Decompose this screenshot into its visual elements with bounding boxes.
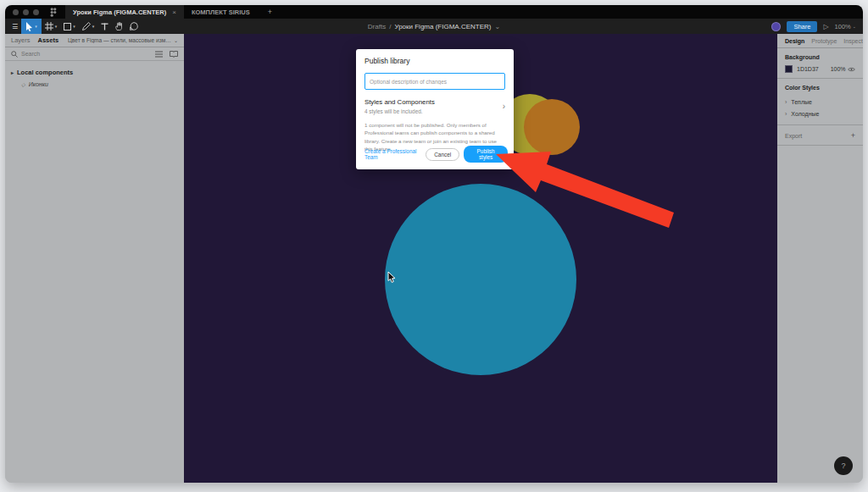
styles-section-subtitle: 4 styles will be included. [364, 108, 435, 114]
background-section: Background 1D1D37 100% [777, 48, 863, 79]
dialog-footer: Create a Professional Team Cancel Publis… [364, 146, 508, 163]
chevron-down-icon[interactable]: ⌄ [494, 23, 500, 30]
hamburger-menu-icon: ☰ [12, 23, 18, 30]
zoom-window-icon[interactable] [33, 9, 39, 15]
dialog-title: Publish library [356, 49, 514, 65]
component-item[interactable]: ◇ Иконки [5, 78, 184, 90]
figma-app-window: Уроки Figma (FIGMA.CENTER) × КОМПЛЕКТ SI… [5, 5, 863, 483]
export-section: Export + [777, 125, 863, 146]
help-button[interactable]: ? [834, 456, 853, 475]
chevron-down-icon: ⌄ [174, 37, 178, 43]
list-view-icon[interactable] [155, 51, 163, 58]
component-item-label: Иконки [29, 81, 48, 87]
shape-tool-button[interactable]: ▾ [60, 19, 79, 34]
assets-view-icons [155, 51, 178, 58]
chevron-down-icon: ▾ [35, 24, 37, 29]
chevron-right-icon[interactable]: › [503, 102, 505, 111]
color-styles-title: Color Styles [785, 85, 855, 91]
minimize-window-icon[interactable] [23, 9, 29, 15]
chevron-down-icon: ▾ [73, 24, 75, 29]
figma-logo-icon [50, 8, 57, 17]
tab-label: КОМПЛЕКТ SIRIUS [192, 8, 250, 16]
background-hex-value[interactable]: 1D1D37 [797, 66, 819, 72]
hand-tool-button[interactable] [112, 19, 126, 34]
right-sidebar: Design Prototype Inspect Background 1D1D… [777, 34, 863, 483]
pen-tool-button[interactable]: ▾ [79, 19, 98, 34]
create-professional-team-link[interactable]: Create a Professional Team [364, 148, 426, 160]
tab-layers[interactable]: Layers [11, 36, 31, 44]
tab-assets[interactable]: Assets [38, 36, 59, 44]
breadcrumb[interactable]: Drafts / Уроки Figma (FIGMA.CENTER) ⌄ [368, 19, 500, 34]
visibility-eye-icon[interactable] [848, 67, 855, 72]
text-icon [101, 23, 108, 30]
color-style-group[interactable]: › Теплые [785, 96, 855, 108]
right-panel-tabs: Design Prototype Inspect [777, 34, 863, 48]
mouse-cursor-icon [387, 271, 397, 284]
close-window-icon[interactable] [13, 9, 19, 15]
move-pointer-icon [25, 22, 33, 31]
comment-bubble-icon [130, 22, 138, 30]
frame-tool-button[interactable]: ▾ [42, 19, 61, 34]
toolbar-right-group: Share ▷ 100% ⌄ [771, 19, 856, 34]
present-icon[interactable]: ▷ [823, 23, 828, 30]
text-tool-button[interactable] [97, 19, 112, 34]
toolbar: ☰ ▾ ▾ ▾ ▾ Drafts / Уроки Fig [5, 19, 863, 34]
frame-icon [45, 22, 53, 30]
zoom-level-dropdown[interactable]: 100% ⌄ [835, 23, 856, 30]
background-color-row: 1D1D37 100% [785, 65, 855, 73]
chevron-down-icon: ▾ [55, 24, 58, 29]
search-input[interactable] [21, 51, 155, 57]
pen-icon [82, 22, 91, 30]
move-tool-button[interactable]: ▾ [21, 19, 42, 34]
color-style-group[interactable]: › Холодные [785, 108, 855, 119]
main-menu-button[interactable]: ☰ [8, 19, 21, 34]
add-export-button[interactable]: + [851, 131, 855, 140]
search-icon [11, 51, 18, 58]
tab-prototype[interactable]: Prototype [811, 38, 837, 44]
tab-current-file[interactable]: Уроки Figma (FIGMA.CENTER) × [65, 5, 184, 19]
background-section-title: Background [785, 54, 855, 60]
disclosure-triangle-icon[interactable]: › [785, 111, 787, 117]
local-components-group[interactable]: ▸ Local components [5, 66, 184, 78]
tab-other-file[interactable]: КОМПЛЕКТ SIRIUS [184, 5, 258, 19]
new-tab-button[interactable]: + [268, 8, 272, 16]
cancel-button[interactable]: Cancel [426, 148, 459, 161]
left-sidebar: Layers Assets Цвет в Figma — стили, масс… [5, 34, 184, 483]
color-styles-section: Color Styles › Теплые › Холодные [777, 79, 863, 125]
library-dropdown-label: Цвет в Figma — стили, массовые изменения… [68, 37, 171, 43]
ellipse-blue[interactable] [385, 184, 576, 375]
chevron-down-icon: ⌄ [853, 24, 856, 29]
breadcrumb-folder[interactable]: Drafts [368, 23, 386, 30]
component-diamond-icon: ◇ [21, 81, 25, 87]
assets-search-row [5, 47, 184, 61]
hand-icon [115, 22, 123, 30]
assets-tree: ▸ Local components ◇ Иконки [5, 61, 184, 95]
background-opacity-value[interactable]: 100% [831, 66, 846, 72]
disclosure-triangle-icon[interactable]: ▸ [11, 69, 14, 75]
breadcrumb-file-name[interactable]: Уроки Figma (FIGMA.CENTER) [394, 23, 491, 30]
tab-design[interactable]: Design [785, 38, 804, 44]
tab-label: Уроки Figma (FIGMA.CENTER) [73, 8, 166, 16]
export-section-title: Export [785, 133, 802, 139]
close-tab-icon[interactable]: × [172, 8, 176, 16]
rectangle-icon [64, 23, 71, 30]
styles-and-components-row[interactable]: Styles and Components 4 styles will be i… [364, 98, 505, 114]
color-style-group-label: Теплые [791, 99, 812, 105]
ellipse-orange[interactable] [524, 99, 580, 155]
description-input[interactable] [364, 73, 505, 90]
team-library-book-icon[interactable] [170, 51, 178, 58]
color-swatch[interactable] [785, 65, 793, 73]
library-dropdown[interactable]: Цвет в Figma — стили, массовые изменения… [68, 37, 178, 43]
share-button[interactable]: Share [787, 21, 817, 32]
styles-section-title: Styles and Components [364, 98, 435, 106]
tab-bar: Уроки Figma (FIGMA.CENTER) × КОМПЛЕКТ SI… [5, 5, 863, 19]
disclosure-triangle-icon[interactable]: › [785, 99, 787, 105]
tab-inspect[interactable]: Inspect [843, 38, 863, 44]
publish-library-dialog: Publish library Styles and Components 4 … [356, 49, 514, 169]
local-components-label: Local components [17, 69, 73, 76]
user-avatar[interactable] [771, 22, 781, 31]
zoom-level-value: 100% [835, 23, 851, 30]
window-controls [13, 9, 39, 15]
publish-styles-button[interactable]: Publish styles [464, 146, 508, 163]
comment-tool-button[interactable] [126, 19, 142, 34]
